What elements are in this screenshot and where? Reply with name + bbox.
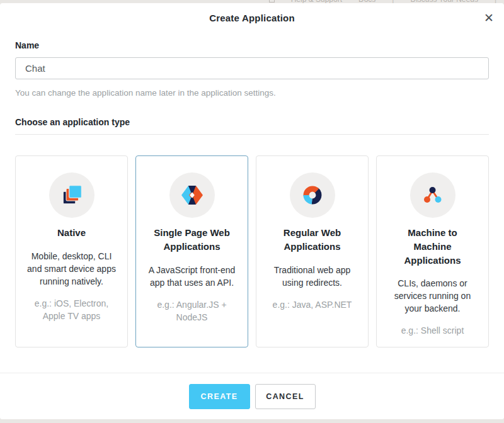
card-title: Regular Web Applications (274, 226, 351, 254)
card-description: Traditional web app using redirects. (265, 264, 360, 289)
section-divider (15, 134, 489, 135)
cancel-button[interactable]: CANCEL (255, 384, 316, 409)
modal-content: Name You can change the application name… (0, 40, 504, 347)
network-nodes-icon (420, 183, 445, 208)
application-name-input[interactable] (15, 57, 489, 79)
card-native[interactable]: Native Mobile, desktop, CLI and smart de… (15, 155, 128, 347)
m2m-icon-circle (410, 172, 455, 218)
card-description: CLIs, daemons or services running on you… (385, 277, 480, 315)
application-type-cards: Native Mobile, desktop, CLI and smart de… (15, 155, 489, 347)
card-example: e.g.: iOS, Electron, Apple TV apps (26, 297, 118, 322)
close-icon[interactable]: ✕ (483, 11, 495, 26)
application-type-heading: Choose an application type (15, 117, 489, 127)
native-icon-circle (49, 172, 94, 218)
segmented-ring-icon (301, 183, 324, 207)
card-description: Mobile, desktop, CLI and smart device ap… (24, 250, 119, 288)
card-regular-web[interactable]: Regular Web Applications Traditional web… (256, 155, 369, 347)
modal-title: Create Application (0, 13, 504, 23)
card-title: Machine to Machine Applications (394, 226, 471, 267)
card-example: e.g.: Angular.JS + NodeJS (146, 298, 238, 324)
create-button[interactable]: CREATE (189, 384, 250, 409)
topbar-icon (269, 0, 275, 3)
name-label: Name (15, 40, 489, 50)
card-title: Single Page Web Applications (154, 226, 231, 254)
spa-icon-circle (169, 172, 215, 218)
card-description: A JavaScript front-end app that uses an … (144, 264, 239, 289)
card-example: e.g.: Java, ASP.NET (266, 298, 358, 311)
regular-web-icon-circle (290, 172, 335, 218)
gem-diamonds-icon (180, 183, 205, 208)
card-machine-to-machine[interactable]: Machine to Machine Applications CLIs, da… (376, 155, 489, 347)
modal-footer: CREATE CANCEL (0, 373, 504, 419)
layered-squares-icon (60, 183, 84, 207)
card-example: e.g.: Shell script (387, 324, 479, 337)
card-title: Native (33, 226, 110, 240)
card-single-page-web[interactable]: Single Page Web Applications A JavaScrip… (135, 155, 248, 347)
create-application-modal: Create Application ✕ Name You can change… (0, 3, 504, 419)
name-helper-text: You can change the application name late… (15, 88, 489, 98)
